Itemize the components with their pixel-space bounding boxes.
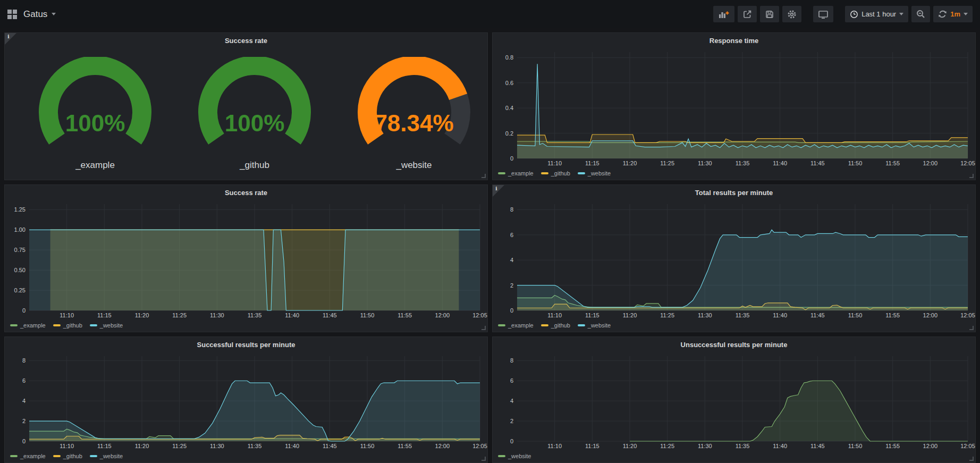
settings-button[interactable] [782, 6, 801, 22]
svg-text:12:05: 12:05 [472, 312, 487, 318]
legend-swatch [498, 324, 505, 326]
add-panel-button[interactable] [713, 6, 734, 22]
svg-text:12:05: 12:05 [960, 312, 975, 318]
chevron-down-icon [964, 13, 968, 15]
svg-text:0.6: 0.6 [505, 80, 513, 86]
legend-item-_github[interactable]: _github [541, 170, 570, 176]
resize-handle-icon[interactable] [969, 457, 974, 461]
panel-title[interactable]: Response time [493, 33, 975, 48]
resize-handle-icon[interactable] [481, 174, 486, 178]
svg-text:11:35: 11:35 [248, 312, 262, 318]
svg-text:0.50: 0.50 [14, 267, 26, 273]
refresh-interval-label: 1m [950, 10, 960, 18]
gauge-_website: 78.34%_website [334, 57, 487, 171]
add-panel-icon [718, 10, 730, 19]
panel-info-icon[interactable]: i [5, 33, 16, 45]
svg-text:0.25: 0.25 [14, 287, 26, 293]
legend-item-_website[interactable]: _website [90, 453, 123, 459]
info-glyph: i [495, 186, 497, 191]
panel-title[interactable]: Unsuccessful results per minute [493, 337, 975, 352]
gauge-arc: 100% [15, 57, 175, 159]
svg-text:11:25: 11:25 [660, 312, 674, 318]
panel-unsuccessful-results: Unsuccessful results per minute 11:1011:… [492, 336, 976, 463]
legend-item-_example[interactable]: _example [10, 453, 46, 459]
panel-info-icon[interactable]: i [493, 185, 504, 197]
share-button[interactable] [738, 6, 757, 22]
svg-text:11:10: 11:10 [547, 443, 562, 449]
gauge-arc: 78.34% [334, 57, 487, 159]
svg-text:6: 6 [510, 377, 513, 384]
total-results-chart[interactable]: 11:1011:1511:2011:2511:3011:3511:4011:45… [493, 200, 975, 332]
resize-handle-icon[interactable] [969, 326, 974, 330]
save-button[interactable] [760, 6, 779, 22]
plot-area: 11:1011:1511:2011:2511:3011:3511:4011:45… [5, 352, 487, 451]
panel-title[interactable]: Total results per minute [493, 185, 975, 200]
svg-text:11:25: 11:25 [172, 312, 187, 318]
refresh-icon [938, 10, 947, 19]
legend-item-_website[interactable]: _website [578, 322, 611, 329]
success-rate-chart[interactable]: 11:1011:1511:2011:2511:3011:3511:4011:45… [5, 200, 487, 332]
legend-label: _github [551, 170, 570, 176]
plot-area: 11:1011:1511:2011:2511:3011:3511:4011:45… [493, 48, 975, 168]
gauge-label: _website [396, 160, 432, 171]
successful-results-chart[interactable]: 11:1011:1511:2011:2511:3011:3511:4011:45… [5, 352, 487, 462]
plot-area: 11:1011:1511:2011:2511:3011:3511:4011:45… [493, 200, 975, 320]
svg-text:0.75: 0.75 [14, 247, 26, 253]
legend-label: _example [508, 322, 534, 329]
svg-text:0.8: 0.8 [505, 54, 513, 61]
panel-title[interactable]: Success rate [5, 33, 487, 48]
svg-text:6: 6 [510, 232, 513, 238]
svg-text:11:35: 11:35 [248, 443, 262, 449]
svg-text:11:40: 11:40 [773, 312, 787, 318]
legend-item-_website[interactable]: _website [90, 322, 123, 329]
legend-swatch [90, 455, 97, 457]
unsuccessful-results-chart[interactable]: 11:1011:1511:2011:2511:3011:3511:4011:45… [493, 352, 975, 462]
svg-text:8: 8 [510, 357, 513, 364]
panel-title[interactable]: Success rate [5, 185, 487, 200]
chart-legend: _example_github_website [10, 320, 123, 331]
svg-text:11:55: 11:55 [885, 160, 900, 166]
grid-square [13, 15, 17, 19]
svg-text:4: 4 [510, 257, 513, 263]
legend-swatch [578, 172, 585, 174]
dashboards-menu-icon[interactable] [7, 10, 17, 19]
svg-text:11:45: 11:45 [810, 312, 825, 318]
legend-item-_website[interactable]: _website [498, 453, 531, 459]
svg-text:11:10: 11:10 [60, 312, 74, 318]
resize-handle-icon[interactable] [969, 174, 974, 178]
svg-text:11:10: 11:10 [60, 443, 74, 449]
legend-item-_github[interactable]: _github [53, 322, 82, 329]
zoom-out-button[interactable] [911, 6, 930, 22]
legend-item-_example[interactable]: _example [498, 170, 534, 176]
legend-label: _website [100, 322, 123, 329]
resize-handle-icon[interactable] [481, 457, 486, 461]
chevron-down-icon [52, 13, 56, 15]
legend-item-_github[interactable]: _github [53, 453, 82, 459]
time-range-button[interactable]: Last 1 hour [845, 6, 908, 22]
legend-swatch [10, 455, 18, 457]
panel-title[interactable]: Successful results per minute [5, 337, 487, 352]
dashboard-title-dropdown[interactable]: Gatus [23, 9, 56, 20]
svg-text:11:15: 11:15 [585, 443, 599, 449]
svg-text:11:45: 11:45 [323, 312, 337, 318]
gauge-arc: 100% [175, 57, 334, 159]
legend-item-_example[interactable]: _example [498, 322, 534, 329]
legend-item-_example[interactable]: _example [10, 322, 46, 329]
share-icon [742, 10, 752, 19]
legend-item-_website[interactable]: _website [578, 170, 611, 176]
refresh-button[interactable]: 1m [933, 6, 973, 22]
svg-text:11:35: 11:35 [736, 312, 750, 318]
svg-text:11:35: 11:35 [736, 160, 750, 166]
legend-swatch [53, 324, 61, 326]
legend-swatch [541, 172, 548, 174]
chart-legend: _website [498, 451, 531, 461]
svg-text:11:15: 11:15 [97, 443, 112, 449]
response-time-chart[interactable]: 11:1011:1511:2011:2511:3011:3511:4011:45… [493, 48, 975, 180]
resize-handle-icon[interactable] [481, 326, 486, 330]
svg-text:11:35: 11:35 [736, 443, 750, 449]
svg-text:2: 2 [22, 418, 26, 424]
legend-label: _example [20, 453, 46, 459]
panel-success-rate-timeseries: Success rate 11:1011:1511:2011:2511:3011… [4, 184, 488, 332]
legend-item-_github[interactable]: _github [541, 322, 570, 329]
tv-mode-button[interactable] [813, 6, 833, 22]
